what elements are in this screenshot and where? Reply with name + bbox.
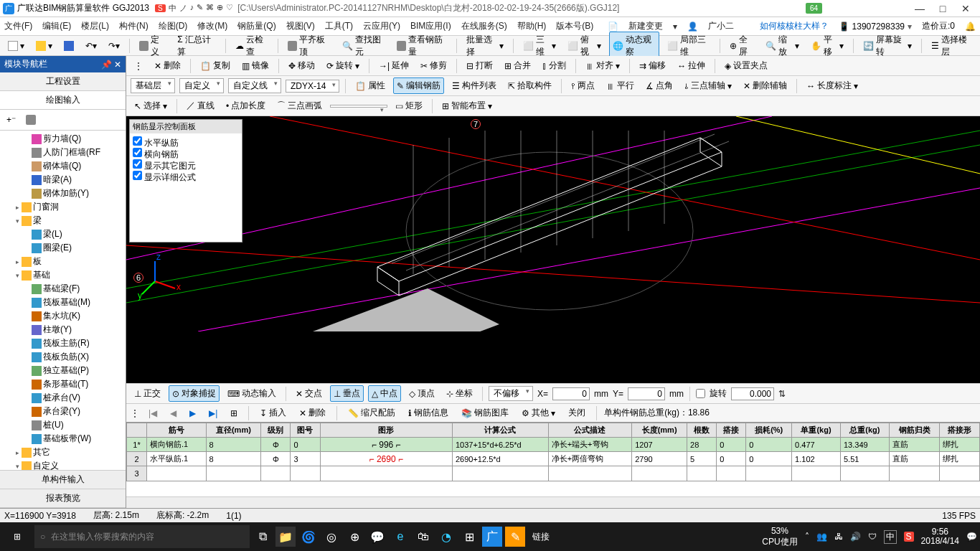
dyninput-toggle[interactable]: ⌨动态输入 <box>224 385 280 402</box>
ime-opt3[interactable]: ✎ <box>197 3 203 14</box>
user-name[interactable]: 广小二 <box>708 20 734 32</box>
tree-item[interactable]: ▾基础 <box>1 268 124 282</box>
rebar-info-button[interactable]: ℹ钢筋信息 <box>405 405 452 421</box>
tab-draw-input[interactable]: 绘图输入 <box>0 91 126 110</box>
snap-mid[interactable]: △中点 <box>368 385 401 402</box>
move-button[interactable]: ✥移动 <box>285 57 319 74</box>
sidebar-pin-icon[interactable]: 📌 ✕ <box>101 60 121 70</box>
component-dropdown[interactable]: ZDYX-14 <box>286 80 339 93</box>
tray-vol-icon[interactable]: 🔊 <box>850 532 861 542</box>
next-button[interactable]: ▶ <box>186 406 199 420</box>
tree-item[interactable]: 承台梁(Y) <box>1 405 124 418</box>
tree-item[interactable]: ▾自定义 <box>1 459 124 470</box>
tree-filter-button[interactable] <box>22 113 39 127</box>
tree-item[interactable]: 圈梁(E) <box>1 241 124 255</box>
undo-button[interactable]: ↶▾ <box>82 39 100 53</box>
insert-row-button[interactable]: ↧插入 <box>256 405 290 421</box>
category-dropdown[interactable]: 自定义 <box>179 78 224 93</box>
x-input[interactable] <box>552 387 590 400</box>
close-button[interactable]: ✕ <box>954 3 977 14</box>
col-header[interactable]: 图形 <box>320 423 452 438</box>
tab-single-input[interactable]: 单构件输入 <box>0 471 126 489</box>
trim-button[interactable]: ✂修剪 <box>417 57 451 74</box>
taskbar-ggj[interactable]: 广 <box>482 527 502 547</box>
taskbar-edge[interactable]: ◎ <box>321 527 341 547</box>
minimize-button[interactable]: — <box>908 3 931 14</box>
menu-file[interactable]: 文件(F) <box>4 20 32 32</box>
mirror-button[interactable]: ▥镜像 <box>238 57 273 74</box>
ime-opt2[interactable]: ♪ <box>190 3 194 14</box>
ime-lang[interactable]: 中 <box>169 3 176 14</box>
help-link[interactable]: 如何核核柱大样？ <box>760 20 829 32</box>
osnap-toggle[interactable]: ⊙对象捕捉 <box>169 385 220 402</box>
line-button[interactable]: ／直线 <box>183 98 218 114</box>
notification-icon[interactable]: 💬 <box>966 532 977 542</box>
col-header[interactable]: 损耗(%) <box>746 423 792 438</box>
tab-report-preview[interactable]: 报表预览 <box>0 489 126 508</box>
col-header[interactable]: 单重(kg) <box>792 423 841 438</box>
table-row[interactable]: 1*横向钢筋.18Φ0 ⌐ 996 ⌐ 1037+15*d+6.25*d净长+端… <box>127 438 980 452</box>
col-header[interactable]: 钢筋归类 <box>889 423 939 438</box>
col-header[interactable]: 根数 <box>687 423 717 438</box>
rotate-button[interactable]: ⟳旋转▾ <box>323 57 363 74</box>
taskbar-app6[interactable]: ⊞ <box>459 527 479 547</box>
tree-item[interactable]: 暗梁(A) <box>1 173 124 187</box>
pick-comp-button[interactable]: ⇱拾取构件 <box>504 77 555 94</box>
save-button[interactable] <box>60 39 77 53</box>
nav-opt-button[interactable]: ⊞ <box>227 406 241 420</box>
tree-item[interactable]: 柱墩(Y) <box>1 323 124 336</box>
col-header[interactable]: 长度(mm) <box>632 423 687 438</box>
ime-opt5[interactable]: ⊕ <box>217 3 223 14</box>
close-panel-button[interactable]: 关闭 <box>565 405 589 421</box>
tree-item[interactable]: 基础梁(F) <box>1 282 124 296</box>
bell-icon[interactable]: 🔔 <box>965 22 976 32</box>
rotate-input[interactable] <box>731 387 774 400</box>
menu-rebar[interactable]: 钢筋量(Q) <box>237 20 275 32</box>
chk-other[interactable]: 显示其它图元 <box>133 159 239 171</box>
prev-button[interactable]: ◀ <box>166 406 180 420</box>
chk-hrebar[interactable]: 水平纵筋 <box>133 136 239 148</box>
other-button[interactable]: ⚙其他▾ <box>518 405 559 421</box>
menu-new-change[interactable]: 新建变更 <box>628 20 663 32</box>
delete-button[interactable]: ✕删除 <box>151 57 184 74</box>
arc-dropdown[interactable] <box>330 105 387 108</box>
delete-axis-button[interactable]: ✕删除辅轴 <box>740 77 791 94</box>
start-button[interactable]: ⊞ <box>3 525 32 548</box>
y-input[interactable] <box>628 387 665 400</box>
tree-item[interactable]: 筏板基础(M) <box>1 296 124 309</box>
two-point-button[interactable]: ⫯两点 <box>567 77 598 94</box>
tray-net-icon[interactable]: 🖧 <box>834 532 843 542</box>
menu-help[interactable]: 帮助(H) <box>517 20 547 32</box>
snap-vert[interactable]: ◇顶点 <box>405 385 438 402</box>
viewport-3d[interactable]: x y z 6 7 钢筋显示控制面板 水平纵筋 横向钢筋 显示其它图元 显示详细… <box>126 116 980 383</box>
arc-button[interactable]: ⌒三点画弧 <box>273 98 326 114</box>
task-view-icon[interactable]: ⧉ <box>253 527 273 547</box>
tree-item[interactable]: ▸板 <box>1 255 124 268</box>
merge-button[interactable]: ⊞合并 <box>501 57 534 74</box>
maximize-button[interactable]: □ <box>931 3 954 14</box>
menu-component[interactable]: 构件(N) <box>119 20 149 32</box>
ime-opt1[interactable]: ノ <box>179 3 187 14</box>
menu-floor[interactable]: 楼层(L) <box>81 20 109 32</box>
delete-row-button[interactable]: ✕删除 <box>296 405 329 421</box>
tree-item[interactable]: 条形基础(T) <box>1 377 124 391</box>
table-row[interactable]: 2水平纵筋.18Φ3 ⌐ 2690 ⌐ 2690+12.5*d净长+两倍弯钩27… <box>127 452 980 466</box>
tree-item[interactable]: 桩(U) <box>1 418 124 432</box>
tree-item[interactable]: ▸门窗洞 <box>1 200 124 214</box>
last-button[interactable]: ▶| <box>205 406 221 420</box>
tray-ime2[interactable]: S <box>904 532 914 542</box>
menu-edit[interactable]: 编辑(E) <box>42 20 71 32</box>
taskbar-label[interactable]: 链接 <box>532 531 550 543</box>
taskbar-app5[interactable]: ◔ <box>436 527 456 547</box>
redo-button[interactable]: ↷▾ <box>105 39 123 53</box>
snap-perp[interactable]: ⊥垂点 <box>330 385 364 402</box>
rebar-display-panel[interactable]: 钢筋显示控制面板 水平纵筋 横向钢筋 显示其它图元 显示详细公式 <box>129 119 242 242</box>
scale-rebar-button[interactable]: 📏缩尺配筋 <box>344 405 399 421</box>
tree-item[interactable]: 剪力墙(Q) <box>1 132 124 146</box>
type-dropdown[interactable]: 自定义线 <box>228 78 281 93</box>
col-header[interactable]: 搭接 <box>717 423 746 438</box>
taskbar-search[interactable]: ○ 在这里输入你要搜索的内容 <box>34 525 250 548</box>
col-header[interactable] <box>127 423 147 438</box>
handle-icon[interactable]: ⋮ <box>131 59 146 73</box>
tree-item[interactable]: 人防门框墙(RF <box>1 146 124 159</box>
